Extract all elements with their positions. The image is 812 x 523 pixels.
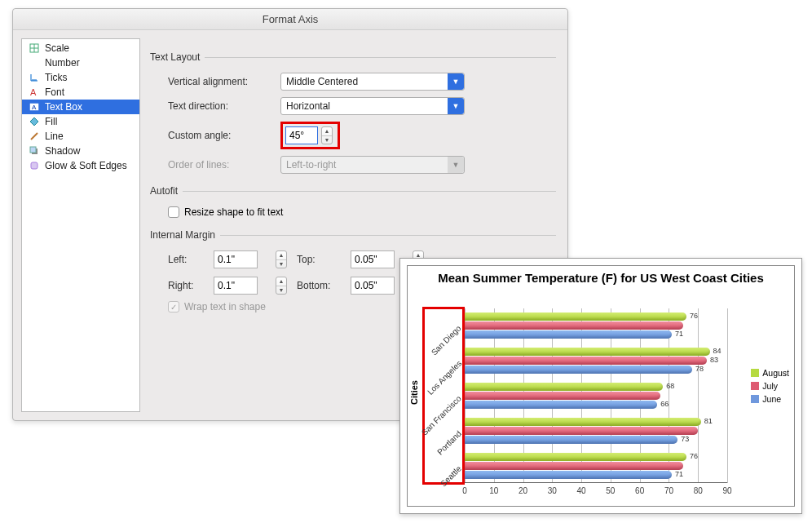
legend-item-july: July xyxy=(751,381,789,391)
legend-label: July xyxy=(762,381,778,391)
sidebar-item-number[interactable]: Number xyxy=(22,55,139,70)
bar: 76 xyxy=(465,453,686,461)
x-tick-label: 0 xyxy=(462,486,467,495)
chart-legend: August July June xyxy=(751,365,789,407)
sidebar-item-glow[interactable]: Glow & Soft Edges xyxy=(22,158,139,173)
x-tick-label: 60 xyxy=(635,486,644,495)
bar-value-label: 76 xyxy=(690,452,698,460)
divider xyxy=(220,235,556,236)
svg-text:A: A xyxy=(30,87,37,97)
angle-highlight: ▲▼ xyxy=(280,122,340,149)
bar: 71 xyxy=(465,471,672,479)
sidebar-item-text-box[interactable]: A Text Box xyxy=(22,100,139,114)
dialog-sidebar: Scale Number Ticks A Font A Text Box Fil… xyxy=(21,38,140,412)
legend-item-august: August xyxy=(751,368,789,378)
step-down[interactable]: ▼ xyxy=(322,136,332,144)
sidebar-item-label: Number xyxy=(45,57,80,69)
sidebar-item-label: Line xyxy=(45,131,64,142)
legend-label: June xyxy=(762,394,781,404)
sidebar-item-line[interactable]: Line xyxy=(22,129,139,144)
section-title: Internal Margin xyxy=(150,229,215,241)
valign-select[interactable]: Middle Centered ▼ xyxy=(280,73,465,91)
section-title: Text Layout xyxy=(150,51,200,63)
select-value: Middle Centered xyxy=(286,76,358,87)
step-up[interactable]: ▲ xyxy=(322,127,332,136)
dialog-title: Format Axis xyxy=(13,9,567,30)
category-label: San Diego xyxy=(430,324,463,357)
section-text-layout: Text Layout xyxy=(150,51,556,63)
wrap-checkbox xyxy=(168,301,179,312)
plot-area: 7671817368668483787671 xyxy=(465,308,727,483)
text-box-icon: A xyxy=(29,101,40,113)
scale-icon xyxy=(29,42,40,54)
gridline xyxy=(727,308,728,483)
left-stepper[interactable]: ▲▼ xyxy=(276,250,287,268)
order-label: Order of lines: xyxy=(168,159,274,171)
bar-value-label: 76 xyxy=(690,312,698,320)
sidebar-item-shadow[interactable]: Shadow xyxy=(22,144,139,158)
sidebar-item-ticks[interactable]: Ticks xyxy=(22,70,139,85)
legend-swatch xyxy=(751,369,759,377)
bar: 73 xyxy=(465,436,677,444)
bar-value-label: 66 xyxy=(660,400,669,408)
bar-value-label: 68 xyxy=(666,382,674,390)
fill-icon xyxy=(29,116,40,127)
resize-checkbox[interactable] xyxy=(168,206,179,218)
bar: 78 xyxy=(465,366,692,374)
sidebar-item-label: Glow & Soft Edges xyxy=(45,160,127,171)
direction-select[interactable]: Horizontal ▼ xyxy=(280,97,465,115)
y-axis-title: Cities xyxy=(409,380,419,405)
top-input[interactable] xyxy=(351,250,395,268)
legend-label: August xyxy=(762,368,789,378)
select-value: Left-to-right xyxy=(286,159,336,171)
chart-inner: Mean Summer Temperature (F) for US West … xyxy=(407,265,795,507)
bar xyxy=(465,462,683,470)
wrap-label: Wrap text in shape xyxy=(184,301,266,312)
bar-value-label: 78 xyxy=(695,365,704,373)
angle-input[interactable] xyxy=(285,126,318,144)
x-tick-label: 30 xyxy=(548,486,557,495)
bar: 71 xyxy=(465,330,672,339)
sidebar-item-scale[interactable]: Scale xyxy=(22,41,139,55)
x-tick-label: 40 xyxy=(577,486,586,495)
bar xyxy=(465,321,683,330)
chevron-down-icon: ▼ xyxy=(448,157,464,173)
category-labels: SeattlePortlandSan FranciscoLos AngelesS… xyxy=(424,308,463,483)
bar-value-label: 84 xyxy=(713,347,722,355)
bar: 76 xyxy=(465,312,686,321)
bar xyxy=(465,427,698,435)
svg-rect-12 xyxy=(31,162,38,169)
section-title: Autofit xyxy=(150,185,178,197)
bar: 81 xyxy=(465,418,701,426)
sidebar-item-font[interactable]: A Font xyxy=(22,85,139,100)
x-tick-label: 70 xyxy=(664,486,673,495)
direction-label: Text direction: xyxy=(168,100,274,112)
right-input[interactable] xyxy=(214,277,258,295)
angle-stepper[interactable]: ▲▼ xyxy=(321,126,333,144)
order-select: Left-to-right ▼ xyxy=(280,156,465,174)
chevron-down-icon: ▼ xyxy=(448,98,464,114)
x-tick-label: 10 xyxy=(489,486,498,495)
x-tick-label: 50 xyxy=(606,486,615,495)
right-stepper[interactable]: ▲▼ xyxy=(276,277,287,295)
ticks-icon xyxy=(29,72,40,83)
divider xyxy=(205,57,556,58)
left-input[interactable] xyxy=(214,250,258,268)
left-label: Left: xyxy=(168,254,209,265)
gridline xyxy=(698,308,699,483)
svg-line-9 xyxy=(31,133,38,140)
select-value: Horizontal xyxy=(286,100,330,112)
font-icon: A xyxy=(29,86,40,98)
sidebar-item-fill[interactable]: Fill xyxy=(22,114,139,129)
x-tick-label: 80 xyxy=(694,486,703,495)
bottom-input[interactable] xyxy=(351,277,395,295)
bar xyxy=(465,392,660,400)
bar: 68 xyxy=(465,383,663,391)
number-icon xyxy=(29,57,40,69)
category-label: Los Angeles xyxy=(426,359,463,397)
shadow-icon xyxy=(29,145,40,157)
sidebar-item-label: Fill xyxy=(45,116,57,127)
x-tick-label: 90 xyxy=(722,486,731,495)
chart-title: Mean Summer Temperature (F) for US West … xyxy=(408,266,794,287)
category-label: Portland xyxy=(435,428,463,456)
